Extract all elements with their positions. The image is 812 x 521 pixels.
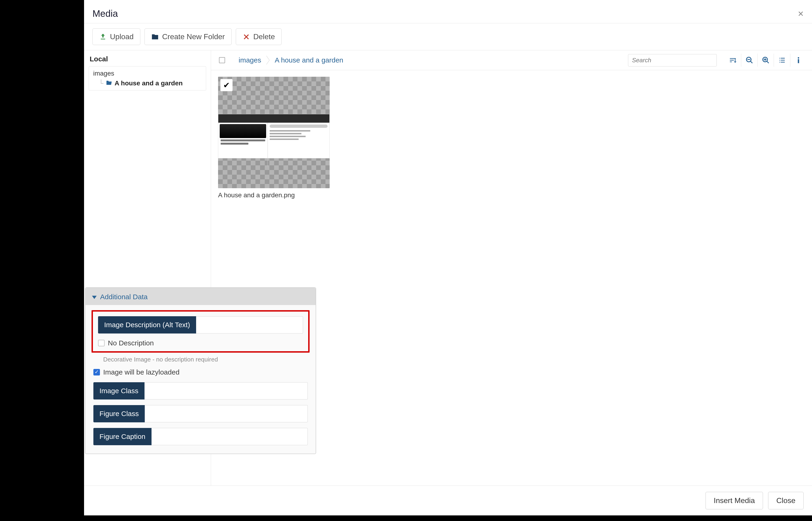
figure-class-input[interactable] bbox=[145, 405, 308, 422]
alt-text-label: Image Description (Alt Text) bbox=[98, 316, 196, 334]
close-icon[interactable]: × bbox=[798, 9, 804, 19]
panel-header[interactable]: Additional Data bbox=[85, 288, 316, 305]
svg-line-1 bbox=[750, 61, 752, 63]
lazyload-checkbox[interactable] bbox=[93, 369, 100, 376]
folder-open-icon bbox=[106, 80, 112, 87]
info-icon[interactable] bbox=[790, 54, 806, 67]
delete-button[interactable]: Delete bbox=[236, 28, 282, 45]
breadcrumb: images A house and a garden bbox=[234, 55, 347, 66]
lazyload-label: Image will be lazyloaded bbox=[103, 368, 179, 376]
panel-body: Image Description (Alt Text) No Descript… bbox=[85, 305, 316, 454]
content-topbar: images A house and a garden bbox=[211, 50, 812, 70]
thumbnail-selected-check-icon[interactable]: ✔ bbox=[220, 79, 233, 91]
list-view-icon[interactable] bbox=[774, 54, 790, 67]
thumbnail-item[interactable]: ✔ bbox=[218, 77, 330, 199]
select-all-checkbox[interactable] bbox=[219, 57, 225, 63]
thumbnail-caption: A house and a garden.png bbox=[218, 188, 330, 199]
folder-tree: images └ A house and a garden bbox=[89, 66, 206, 90]
no-description-hint: Decorative Image - no description requir… bbox=[103, 356, 308, 363]
modal-footer: Insert Media Close bbox=[84, 485, 812, 515]
search-input[interactable] bbox=[628, 54, 717, 66]
no-description-label: No Description bbox=[108, 339, 154, 347]
image-class-label: Image Class bbox=[93, 382, 145, 400]
svg-rect-8 bbox=[798, 59, 799, 63]
upload-button-label: Upload bbox=[110, 32, 133, 41]
insert-media-button[interactable]: Insert Media bbox=[706, 492, 763, 509]
image-class-row: Image Class bbox=[93, 382, 308, 400]
breadcrumb-images[interactable]: images bbox=[234, 55, 265, 66]
toolbar: Upload Create New Folder Delete bbox=[84, 23, 812, 50]
close-button[interactable]: Close bbox=[768, 492, 804, 509]
folder-icon bbox=[151, 33, 159, 41]
alt-text-input[interactable] bbox=[196, 316, 303, 334]
delete-x-icon bbox=[242, 33, 250, 41]
modal-title: Media bbox=[92, 8, 118, 19]
tree-child-selected[interactable]: └ A house and a garden bbox=[93, 80, 202, 87]
svg-line-4 bbox=[767, 61, 769, 63]
thumbnail-image: ✔ bbox=[218, 77, 330, 188]
alt-text-row: Image Description (Alt Text) bbox=[98, 316, 303, 334]
figure-class-row: Figure Class bbox=[93, 405, 308, 422]
collapse-triangle-icon bbox=[92, 296, 97, 299]
sort-icon[interactable] bbox=[725, 54, 741, 67]
thumbnail-preview-content bbox=[218, 114, 330, 158]
additional-data-panel: Additional Data Image Description (Alt T… bbox=[85, 287, 316, 454]
delete-button-label: Delete bbox=[253, 32, 275, 41]
no-description-checkbox[interactable] bbox=[98, 340, 105, 346]
figure-caption-row: Figure Caption bbox=[93, 428, 308, 445]
upload-icon bbox=[99, 33, 107, 41]
new-folder-button-label: Create New Folder bbox=[162, 32, 225, 41]
no-description-row[interactable]: No Description bbox=[98, 339, 303, 347]
alt-text-highlight: Image Description (Alt Text) No Descript… bbox=[91, 310, 309, 353]
zoom-out-icon[interactable] bbox=[741, 54, 757, 67]
breadcrumb-current[interactable]: A house and a garden bbox=[271, 55, 348, 66]
image-class-input[interactable] bbox=[145, 382, 308, 400]
breadcrumb-separator-icon bbox=[266, 55, 270, 65]
panel-header-label: Additional Data bbox=[100, 293, 148, 301]
view-tools bbox=[721, 54, 806, 67]
sidebar-title: Local bbox=[89, 55, 206, 63]
lazyload-row[interactable]: Image will be lazyloaded bbox=[93, 368, 308, 376]
new-folder-button[interactable]: Create New Folder bbox=[145, 28, 232, 45]
tree-child-label: A house and a garden bbox=[115, 80, 183, 87]
upload-button[interactable]: Upload bbox=[92, 28, 140, 45]
zoom-in-icon[interactable] bbox=[757, 54, 774, 67]
figure-caption-input[interactable] bbox=[151, 428, 308, 445]
modal-header: Media × bbox=[84, 3, 812, 23]
tree-branch-icon: └ bbox=[99, 80, 103, 87]
figure-class-label: Figure Class bbox=[93, 405, 145, 422]
svg-point-7 bbox=[797, 57, 799, 59]
figure-caption-label: Figure Caption bbox=[93, 428, 151, 445]
tree-root[interactable]: images bbox=[93, 70, 202, 77]
